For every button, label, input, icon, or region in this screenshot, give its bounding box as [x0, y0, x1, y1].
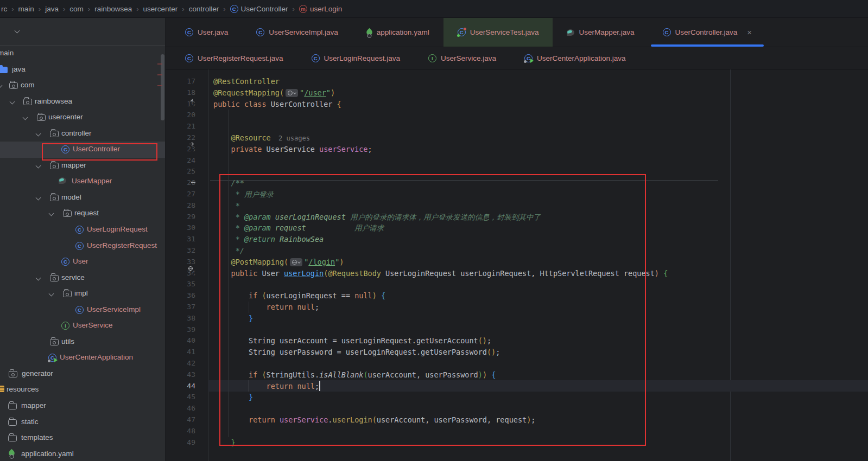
code-editor[interactable]: 17@RestController18@RequestMapping("/use… — [166, 69, 868, 461]
code-line[interactable]: 38 } — [166, 313, 868, 324]
code-line[interactable]: 22 @Resource 2 usages — [166, 132, 868, 144]
tree-item-controller[interactable]: controller — [0, 126, 165, 142]
tab-userregisterrequest-java[interactable]: CUserRegisterRequest.java — [171, 47, 297, 69]
tab-usercontroller-java[interactable]: CUserController.java× — [649, 18, 766, 47]
tree-item-java[interactable]: java — [0, 62, 165, 78]
chevron-down-icon[interactable] — [36, 275, 41, 280]
tree-item-usercenter[interactable]: usercenter — [0, 110, 165, 126]
tree-item-usercenterapplication[interactable]: CUserCenterApplication — [0, 350, 165, 366]
code-line[interactable]: 48 — [166, 426, 868, 437]
code-line[interactable]: 45 } — [166, 392, 868, 403]
code-line[interactable]: 43 if (StringUtils.isAllBlank(userAccoun… — [166, 369, 868, 381]
breadcrumb-item-usercontroller[interactable]: CUserController — [230, 5, 288, 13]
tree-item-impl[interactable]: impl — [0, 286, 165, 302]
chevron-down-icon[interactable] — [36, 195, 41, 200]
breadcrumb-item-usercenter[interactable]: usercenter — [143, 5, 178, 13]
code-line[interactable]: 30 * @param request 用户请求 — [166, 222, 868, 234]
tree-item-main[interactable]: main — [0, 46, 165, 62]
code-line[interactable]: 21 — [166, 121, 868, 132]
tab-user-java[interactable]: CUser.java — [171, 18, 242, 47]
tree-item-rainbowsea[interactable]: rainbowsea — [0, 94, 165, 110]
code-line[interactable]: 29 * @param userLoginRequest 用户的登录的请求体，用… — [166, 212, 868, 223]
tree-item-generator[interactable]: generator — [0, 366, 165, 382]
tree-item-service[interactable]: service — [0, 270, 165, 286]
chevron-down-icon[interactable] — [49, 211, 54, 216]
code-line[interactable]: 41 String userPassword = userLoginReques… — [166, 347, 868, 358]
code-line[interactable]: 23 private UserService userService; — [166, 144, 868, 155]
gutter-autowired-icon[interactable] — [191, 145, 200, 154]
code-line[interactable]: 49 } — [166, 437, 868, 449]
code-line[interactable]: 17@RestController — [166, 76, 868, 87]
tab-usermapper-java[interactable]: UserMapper.java — [553, 18, 648, 47]
breadcrumb-item-java[interactable]: java — [45, 5, 59, 13]
code-line[interactable]: 32 */ — [166, 245, 868, 257]
url-inlay-hint[interactable] — [286, 89, 298, 97]
close-icon[interactable]: × — [747, 28, 752, 37]
tree-item-userregisterrequest[interactable]: CUserRegisterRequest — [0, 238, 165, 254]
tab-userservicetest-java[interactable]: CUserServiceTest.java — [443, 18, 553, 47]
chevron-down-icon[interactable] — [15, 28, 20, 34]
gutter-comment-icon[interactable] — [191, 179, 200, 188]
code-line[interactable]: 25 — [166, 166, 868, 177]
tree-item-request[interactable]: request — [0, 206, 165, 222]
tree-item-usercontroller[interactable]: CUserController — [0, 142, 165, 158]
code-line[interactable]: 36 if (userLoginRequest == null) { — [166, 290, 868, 302]
tree-item-templates[interactable]: templates — [0, 430, 165, 446]
tree-item-userloginrequest[interactable]: CUserLoginRequest — [0, 222, 165, 238]
code-line[interactable]: 18@RequestMapping("/user") — [166, 87, 868, 99]
tree-item-label: controller — [61, 129, 92, 137]
code-line[interactable]: 34 public User userLogin(@RequestBody Us… — [166, 268, 868, 279]
code-line[interactable]: 46 — [166, 403, 868, 414]
tab-application-yaml[interactable]: application.yaml — [352, 18, 443, 47]
tree-item-mapper[interactable]: mapper — [0, 398, 165, 414]
url-inlay-hint[interactable] — [290, 258, 302, 266]
breadcrumb-item-rainbowsea[interactable]: rainbowsea — [94, 5, 132, 13]
tree-item-com[interactable]: com — [0, 78, 165, 94]
tab-userserviceimpl-java[interactable]: CUserServiceImpl.java — [242, 18, 352, 47]
code-line[interactable]: 33 @PostMapping("/login") — [166, 257, 868, 268]
code-line[interactable]: 35 — [166, 279, 868, 290]
tree-item-static[interactable]: static — [0, 414, 165, 431]
code-line[interactable]: 44 return null; — [166, 381, 868, 392]
tree-item-resources[interactable]: resources — [0, 382, 165, 398]
chevron-down-icon[interactable] — [49, 291, 54, 297]
code-line[interactable]: 40 String userAccount = userLoginRequest… — [166, 335, 868, 347]
code-line[interactable]: 42 — [166, 358, 868, 369]
tree-item-usermapper[interactable]: UserMapper — [0, 174, 165, 190]
code-line[interactable]: 26 /** — [166, 177, 868, 189]
chevron-down-icon[interactable] — [23, 115, 28, 120]
breadcrumb-item-main[interactable]: main — [18, 5, 34, 13]
gutter-mapping-icon[interactable] — [191, 270, 200, 278]
gutter-bean-icon[interactable] — [191, 100, 200, 109]
code-line[interactable]: 27 * 用户登录 — [166, 189, 868, 200]
tree-item-user[interactable]: CUser — [0, 254, 165, 270]
tab-userloginrequest-java[interactable]: CUserLoginRequest.java — [297, 47, 414, 69]
tree-item-mapper[interactable]: mapper — [0, 158, 165, 174]
chevron-down-icon[interactable] — [0, 83, 2, 88]
code-line[interactable]: 24 — [166, 155, 868, 167]
chevron-down-icon[interactable] — [36, 163, 41, 168]
code-line[interactable]: 28 * — [166, 200, 868, 212]
tree-item-utils[interactable]: utils — [0, 334, 165, 350]
chevron-down-icon[interactable] — [36, 131, 41, 136]
tree-item-application-yaml[interactable]: application.yaml — [0, 446, 165, 461]
breadcrumb-item-controller[interactable]: controller — [189, 5, 219, 13]
tree-item-model[interactable]: model — [0, 190, 165, 206]
code-line[interactable]: 20 — [166, 110, 868, 121]
code-line[interactable]: 47 return userService.userLogin(userAcco… — [166, 414, 868, 426]
breadcrumb-item-com[interactable]: com — [69, 5, 84, 13]
code-line[interactable]: 39 — [166, 324, 868, 336]
tree-item-userserviceimpl[interactable]: CUserServiceImpl — [0, 302, 165, 318]
breadcrumb-item-rc[interactable]: rc — [1, 5, 7, 13]
code-line[interactable]: 37 return null; — [166, 302, 868, 313]
chevron-down-icon[interactable] — [10, 99, 15, 104]
breadcrumb-item-userlogin[interactable]: muserLogin — [299, 5, 342, 13]
tab-usercenterapplication-java[interactable]: CUserCenterApplication.java — [510, 47, 640, 69]
tab-userservice-java[interactable]: IUserService.java — [414, 47, 510, 69]
code-line[interactable]: 19public class UserController { — [166, 99, 868, 110]
tree-item-userservice[interactable]: IUserService — [0, 318, 165, 334]
code-line[interactable]: 31 * @return RainbowSea — [166, 234, 868, 245]
project-panel-header[interactable] — [0, 18, 165, 46]
class-icon: C — [75, 226, 84, 234]
line-number: 28 — [166, 200, 195, 212]
